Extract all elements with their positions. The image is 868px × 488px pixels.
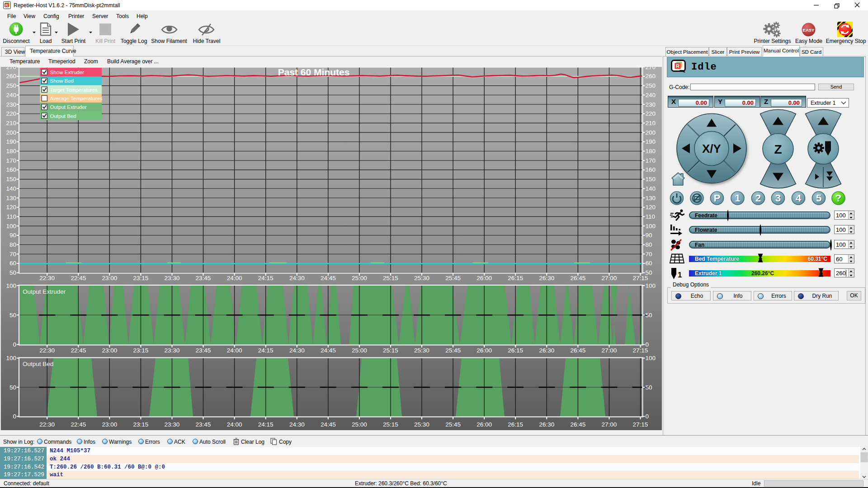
svg-text:R: R (5, 3, 8, 8)
svg-text:24:45: 24:45 (321, 347, 336, 354)
svg-text:23:30: 23:30 (165, 347, 180, 354)
svg-text:3: 3 (775, 192, 781, 204)
svg-text:25:00: 25:00 (352, 347, 367, 354)
svg-text:24:00: 24:00 (227, 421, 242, 428)
svg-text:R: R (676, 63, 679, 69)
svg-text:23:30: 23:30 (165, 275, 180, 282)
svg-text:24:45: 24:45 (321, 275, 336, 282)
svg-text:150: 150 (646, 176, 656, 183)
svg-text:27:15: 27:15 (633, 347, 648, 354)
svg-text:Show Bed: Show Bed (50, 78, 74, 84)
svg-text:26:15: 26:15 (508, 275, 523, 282)
svg-text:24:45: 24:45 (321, 421, 336, 428)
svg-text:4: 4 (796, 192, 802, 204)
svg-text:23:45: 23:45 (196, 347, 211, 354)
svg-text:110: 110 (646, 213, 656, 220)
svg-text:X/Y: X/Y (702, 142, 721, 155)
svg-text:90: 90 (646, 232, 652, 239)
svg-text:22:45: 22:45 (71, 275, 86, 282)
svg-text:230: 230 (6, 101, 16, 108)
svg-text:Output Extruder: Output Extruder (23, 288, 66, 295)
svg-text:27:00: 27:00 (602, 421, 617, 428)
svg-text:250: 250 (646, 82, 656, 89)
svg-text:23:30: 23:30 (165, 421, 180, 428)
svg-text:Past 60 Minutes: Past 60 Minutes (278, 67, 350, 77)
svg-text:100: 100 (6, 223, 16, 230)
svg-text:160: 160 (646, 166, 656, 173)
svg-text:26:00: 26:00 (476, 421, 492, 428)
svg-text:0: 0 (646, 413, 649, 420)
svg-text:23:00: 23:00 (102, 421, 117, 428)
svg-text:190: 190 (6, 138, 16, 145)
svg-text:140: 140 (6, 185, 16, 192)
svg-text:1: 1 (735, 192, 740, 204)
svg-text:25:30: 25:30 (414, 347, 429, 354)
svg-text:130: 130 (6, 195, 16, 202)
svg-text:23:15: 23:15 (133, 347, 149, 354)
svg-text:Output Extruder: Output Extruder (50, 104, 87, 110)
svg-text:90: 90 (9, 232, 16, 239)
svg-text:Output Bed: Output Bed (50, 113, 76, 119)
svg-text:80: 80 (9, 241, 16, 248)
svg-text:100: 100 (6, 355, 16, 361)
svg-text:26:45: 26:45 (571, 347, 586, 354)
svg-text:230: 230 (646, 101, 656, 108)
svg-text:P: P (714, 192, 721, 204)
svg-text:Show Extruder: Show Extruder (50, 70, 85, 75)
svg-text:26:45: 26:45 (571, 421, 586, 428)
svg-text:50: 50 (646, 312, 652, 319)
svg-text:25:00: 25:00 (352, 421, 367, 428)
svg-text:170: 170 (646, 157, 656, 164)
svg-text:Average Temperatures: Average Temperatures (50, 96, 103, 101)
svg-text:25:45: 25:45 (445, 347, 461, 354)
svg-text:23:00: 23:00 (102, 347, 117, 354)
svg-text:24:00: 24:00 (227, 347, 242, 354)
svg-text:200: 200 (646, 129, 656, 136)
svg-text:60: 60 (9, 260, 16, 267)
svg-text:26:30: 26:30 (539, 347, 554, 354)
svg-text:24:00: 24:00 (227, 275, 242, 282)
svg-text:50: 50 (9, 269, 16, 276)
svg-text:260: 260 (6, 73, 16, 80)
svg-text:270: 270 (6, 67, 16, 70)
svg-text:0: 0 (13, 413, 16, 420)
svg-text:24:15: 24:15 (258, 347, 274, 354)
svg-text:22:30: 22:30 (39, 347, 55, 354)
svg-text:22:30: 22:30 (39, 275, 55, 282)
svg-text:26:30: 26:30 (539, 275, 554, 282)
svg-text:5: 5 (816, 192, 821, 204)
svg-text:110: 110 (6, 213, 16, 220)
svg-text:240: 240 (646, 92, 656, 99)
svg-text:180: 180 (646, 148, 656, 155)
svg-text:23:45: 23:45 (196, 421, 211, 428)
svg-text:23:15: 23:15 (133, 275, 149, 282)
svg-text:0: 0 (13, 341, 16, 348)
svg-text:250: 250 (6, 82, 16, 89)
svg-text:26:15: 26:15 (508, 421, 523, 428)
svg-text:26:30: 26:30 (539, 421, 554, 428)
svg-text:70: 70 (9, 251, 16, 258)
svg-text:130: 130 (646, 195, 656, 202)
svg-text:60: 60 (646, 260, 652, 267)
svg-text:27:15: 27:15 (633, 275, 648, 282)
svg-text:Target Temperatures: Target Temperatures (50, 87, 98, 93)
svg-text:260: 260 (646, 73, 656, 80)
svg-text:200: 200 (6, 129, 16, 136)
svg-text:25:45: 25:45 (445, 421, 461, 428)
svg-text:?: ? (835, 192, 841, 204)
svg-text:270: 270 (646, 67, 656, 70)
svg-text:Output Bed: Output Bed (23, 361, 53, 367)
svg-text:160: 160 (6, 166, 16, 173)
svg-text:23:15: 23:15 (133, 421, 149, 428)
svg-text:50: 50 (9, 384, 16, 391)
svg-text:170: 170 (6, 157, 16, 164)
svg-text:24:30: 24:30 (289, 347, 305, 354)
svg-text:25:15: 25:15 (383, 347, 398, 354)
svg-text:120: 120 (6, 204, 16, 211)
svg-text:100: 100 (646, 282, 656, 289)
svg-text:24:15: 24:15 (258, 275, 274, 282)
svg-text:25:30: 25:30 (414, 275, 429, 282)
svg-text:70: 70 (646, 251, 652, 258)
svg-text:100: 100 (646, 355, 656, 361)
svg-text:220: 220 (646, 110, 656, 117)
